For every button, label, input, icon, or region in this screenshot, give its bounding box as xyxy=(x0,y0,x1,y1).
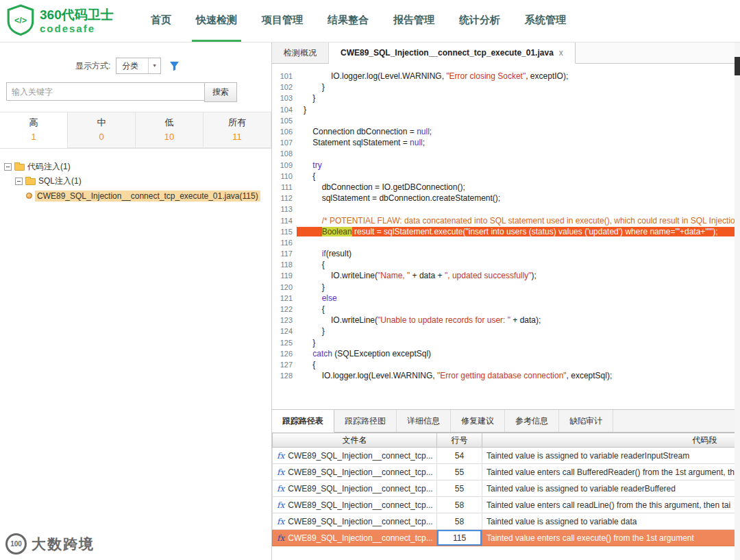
line-number-cell: 58 xyxy=(437,513,482,530)
code-line[interactable]: 123 IO.writeLine("Unable to update recor… xyxy=(272,315,740,326)
nav-item[interactable]: 首页 xyxy=(147,0,175,42)
code-line[interactable]: 110 { xyxy=(272,171,740,182)
code-line[interactable]: 124 } xyxy=(272,326,740,337)
search-button[interactable]: 搜索 xyxy=(204,82,237,102)
code-segment-cell: Tainted value is assigned to variable re… xyxy=(482,448,740,464)
search-row: 搜索 xyxy=(6,82,237,102)
chevron-down-icon xyxy=(148,58,160,73)
file-name-text: CWE89_SQL_Injection__connect_tcp... xyxy=(288,517,432,526)
code-text: IO.writeLine("Unable to update records f… xyxy=(297,315,740,325)
code-line[interactable]: 112 sqlStatement = dbConnection.createSt… xyxy=(272,193,740,204)
tree-item[interactable]: SQL注入(1) xyxy=(4,174,267,188)
code-line[interactable]: 102 } xyxy=(272,82,740,93)
filter-icon[interactable] xyxy=(169,61,180,71)
code-line[interactable]: 117 if(result) xyxy=(272,248,740,259)
code-text: catch (SQLException exceptSql) xyxy=(297,349,740,358)
trace-tab[interactable]: 详细信息 xyxy=(397,410,451,432)
line-number: 104 xyxy=(272,106,297,114)
table-row[interactable]: fxCWE89_SQL_Injection__connect_tcp...58T… xyxy=(273,497,740,513)
column-header[interactable]: 行号 xyxy=(437,433,482,448)
code-line[interactable]: 101 IO.logger.log(Level.WARNING, "Error … xyxy=(272,71,740,82)
line-number: 128 xyxy=(272,372,297,380)
code-line[interactable]: 126 catch (SQLException exceptSql) xyxy=(272,348,740,359)
severity-label: 所有 xyxy=(204,117,271,129)
line-number: 123 xyxy=(272,316,297,324)
line-number-cell: 55 xyxy=(437,480,482,497)
code-text: Boolean result = sqlStatement.execute("i… xyxy=(297,227,740,236)
code-line[interactable]: 113 xyxy=(272,204,740,215)
trace-tab[interactable]: 参考信息 xyxy=(505,410,559,432)
close-icon[interactable]: x xyxy=(559,48,563,58)
code-line[interactable]: 111 dbConnection = IO.getDBConnection(); xyxy=(272,182,740,193)
code-text: /* POTENTIAL FLAW: data concatenated int… xyxy=(297,216,740,226)
trace-tab[interactable]: 跟踪路径图 xyxy=(334,410,397,432)
code-text: else xyxy=(297,293,740,303)
app-logo: </> 360代码卫士 codesafe xyxy=(0,0,129,42)
table-row[interactable]: fxCWE89_SQL_Injection__connect_tcp...58T… xyxy=(273,513,740,530)
content-area: 显示方式: 分类 搜索 高1中0低10所有11 代码注入(1)SQL注入(1)C… xyxy=(0,42,740,560)
file-name-cell: fxCWE89_SQL_Injection__connect_tcp... xyxy=(273,480,437,497)
code-line[interactable]: 128 IO.logger.log(Level.WARNING, "Error … xyxy=(272,370,740,381)
code-line[interactable]: 121 else xyxy=(272,293,740,304)
line-number: 107 xyxy=(272,138,297,147)
nav-item[interactable]: 快速检测 xyxy=(192,0,241,42)
code-line[interactable]: 104} xyxy=(272,104,740,115)
code-line[interactable]: 116 xyxy=(272,237,740,248)
scrollbar-thumb[interactable] xyxy=(735,57,740,75)
line-number: 120 xyxy=(272,283,297,291)
code-line[interactable]: 119 IO.writeLine("Name, " + data + ", up… xyxy=(272,270,740,281)
nav-item[interactable]: 系统管理 xyxy=(521,0,570,42)
top-header: </> 360代码卫士 codesafe 首页快速检测项目管理结果整合报告管理统… xyxy=(0,0,740,42)
search-input[interactable] xyxy=(6,82,205,101)
code-line[interactable]: 107 Statement sqlStatement = null; xyxy=(272,137,740,148)
code-text: { xyxy=(297,304,740,314)
line-number: 121 xyxy=(272,294,297,302)
table-row[interactable]: fxCWE89_SQL_Injection__connect_tcp...115… xyxy=(273,530,740,546)
vertical-scrollbar[interactable] xyxy=(735,42,740,560)
code-line[interactable]: 103 } xyxy=(272,93,740,104)
expander-minus-icon[interactable] xyxy=(15,178,23,185)
code-line[interactable]: 122 { xyxy=(272,304,740,315)
code-line[interactable]: 105 xyxy=(272,115,740,126)
tree-item[interactable]: CWE89_SQL_Injection__connect_tcp_execute… xyxy=(4,188,267,203)
table-row[interactable]: fxCWE89_SQL_Injection__connect_tcp...54T… xyxy=(273,448,740,464)
severity-tab[interactable]: 所有11 xyxy=(203,112,271,148)
nav-item[interactable]: 结果整合 xyxy=(323,0,373,42)
code-text: try xyxy=(297,160,740,170)
function-icon: fx xyxy=(277,500,284,510)
nav-item[interactable]: 统计分析 xyxy=(455,0,504,42)
severity-tab[interactable]: 中0 xyxy=(67,112,136,148)
code-line[interactable]: 127 { xyxy=(272,359,740,370)
line-number: 113 xyxy=(272,205,297,213)
file-tab[interactable]: 检测概况 xyxy=(272,42,329,63)
code-text: IO.logger.log(Level.WARNING, "Error clos… xyxy=(297,71,740,81)
code-text: Statement sqlStatement = null; xyxy=(297,138,740,147)
column-header[interactable]: 文件名 xyxy=(273,433,437,448)
table-row[interactable]: fxCWE89_SQL_Injection__connect_tcp...55T… xyxy=(273,464,740,480)
table-row[interactable]: fxCWE89_SQL_Injection__connect_tcp...55T… xyxy=(273,480,740,497)
severity-tab[interactable]: 高1 xyxy=(0,112,68,148)
tree-item[interactable]: 代码注入(1) xyxy=(4,160,267,174)
code-line[interactable]: 108 xyxy=(272,148,740,159)
line-number: 115 xyxy=(272,228,297,236)
expander-minus-icon[interactable] xyxy=(4,163,12,171)
code-segment-cell: Tainted value enters call execute() from… xyxy=(482,530,740,546)
trace-tab[interactable]: 跟踪路径表 xyxy=(272,410,334,433)
code-line[interactable]: 106 Connection dbConnection = null; xyxy=(272,126,740,137)
nav-item[interactable]: 报告管理 xyxy=(389,0,439,42)
code-line[interactable]: 120 } xyxy=(272,282,740,293)
trace-tab[interactable]: 修复建议 xyxy=(451,410,505,432)
code-line[interactable]: 109 try xyxy=(272,160,740,171)
column-header[interactable]: 代码段 xyxy=(482,433,740,448)
line-number-cell: 54 xyxy=(437,448,482,464)
code-line[interactable]: 114 /* POTENTIAL FLAW: data concatenated… xyxy=(272,215,740,226)
code-line[interactable]: 125 } xyxy=(272,337,740,348)
function-icon: fx xyxy=(277,517,284,526)
severity-tab[interactable]: 低10 xyxy=(135,112,204,148)
trace-tab[interactable]: 缺陷审计 xyxy=(559,410,613,432)
display-mode-select[interactable]: 分类 xyxy=(116,58,161,74)
code-line[interactable]: 118 { xyxy=(272,259,740,270)
code-line[interactable]: 115 Boolean result = sqlStatement.execut… xyxy=(272,226,740,237)
file-tab[interactable]: CWE89_SQL_Injection__connect_tcp_execute… xyxy=(329,42,576,64)
nav-item[interactable]: 项目管理 xyxy=(258,0,307,42)
